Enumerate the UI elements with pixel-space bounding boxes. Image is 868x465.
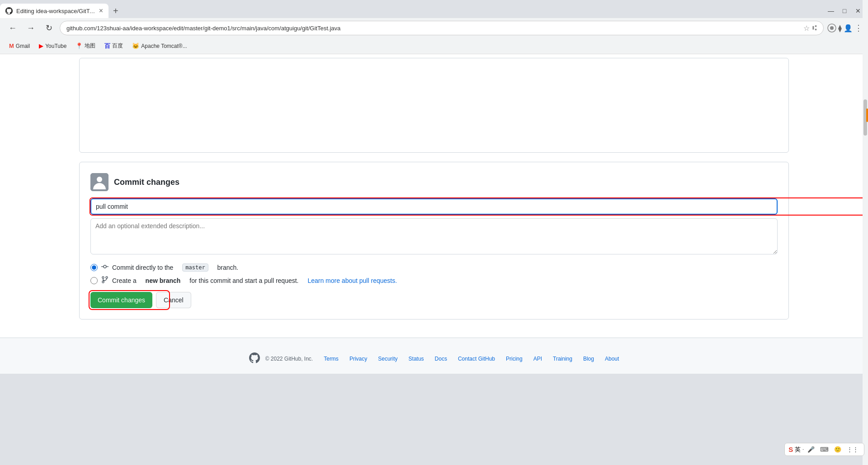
address-bar: ← → ↻ github.com/123shuai-aa/idea-worksp… [0, 18, 868, 38]
commit-changes-button[interactable]: Commit changes [90, 292, 152, 308]
new-branch-bold: new branch [146, 277, 181, 284]
svg-point-8 [102, 277, 104, 278]
footer-copyright: © 2022 GitHub, Inc. [265, 356, 313, 362]
commit-message-input[interactable] [90, 198, 778, 215]
forward-button[interactable]: → [24, 21, 38, 35]
tab-title: Editing idea-workspace/GitTe... [16, 8, 95, 14]
new-branch-suffix: for this commit and start a pull request… [189, 277, 298, 284]
svg-point-5 [104, 265, 106, 268]
ime-voice-btn[interactable]: 🎤 [806, 445, 816, 454]
minimize-button[interactable]: — [825, 5, 837, 17]
footer-link-privacy[interactable]: Privacy [349, 356, 367, 362]
ime-toolbar: S 英 · 🎤 ⌨ 🙂 ⋮⋮ [784, 443, 864, 456]
profile-btn[interactable]: 👤 [844, 24, 853, 33]
svg-point-2 [830, 26, 834, 30]
direct-commit-radio[interactable] [90, 264, 98, 271]
ime-dot: · [802, 447, 804, 452]
new-branch-radio[interactable] [90, 277, 98, 284]
commit-buttons: Commit changes Cancel [90, 292, 778, 308]
new-branch-prefix: Create a [112, 277, 137, 284]
baidu-icon: 百 [104, 42, 110, 50]
youtube-icon: ▶ [39, 42, 43, 49]
bookmark-gmail[interactable]: M Gmail [5, 41, 33, 51]
url-bar-icons: ☆ ⑆ [803, 24, 817, 33]
page-footer: © 2022 GitHub, Inc. Terms Privacy Securi… [0, 338, 868, 374]
direct-commit-label: Commit directly to the [112, 264, 173, 271]
menu-btn[interactable]: ⋮ [854, 23, 863, 33]
ime-settings-btn[interactable]: ⋮⋮ [845, 445, 860, 454]
url-text: github.com/123shuai-aa/idea-workspace/ed… [66, 25, 340, 32]
user-avatar [90, 173, 108, 191]
branch-option-new: Create a new branch for this commit and … [90, 276, 778, 285]
back-button[interactable]: ← [5, 21, 20, 35]
footer-link-docs[interactable]: Docs [435, 356, 447, 362]
browser-window: Editing idea-workspace/GitTe... × + — □ … [0, 0, 868, 465]
gmail-icon: M [9, 42, 14, 49]
bookmark-maps-label: 地图 [85, 42, 95, 50]
svg-point-9 [106, 277, 108, 278]
svg-point-10 [102, 281, 104, 283]
branch-option-direct: Commit directly to the master branch. [90, 263, 778, 272]
extension-icon[interactable]: ⑆ [812, 24, 817, 33]
footer-link-security[interactable]: Security [378, 356, 397, 362]
commit-description-textarea[interactable] [90, 218, 778, 254]
branch-options: Commit directly to the master branch. [90, 263, 778, 285]
footer-github-logo [249, 352, 260, 365]
code-editor-area[interactable] [79, 58, 789, 153]
pull-request-icon [101, 276, 108, 285]
footer-link-api[interactable]: API [533, 356, 542, 362]
bookmarks-bar: M Gmail ▶ YouTube 📍 地图 百 百度 🐱 Apache Tom… [0, 38, 868, 54]
bookmark-baidu-label: 百度 [112, 42, 123, 50]
maps-icon: 📍 [75, 42, 83, 49]
footer-link-status[interactable]: Status [409, 356, 424, 362]
svg-point-4 [97, 177, 102, 182]
bookmark-tomcat[interactable]: 🐱 Apache Tomcat®... [128, 41, 190, 51]
bookmark-gmail-label: Gmail [16, 43, 30, 49]
learn-more-link[interactable]: Learn more about pull requests. [307, 277, 397, 284]
bookmark-star-icon[interactable]: ☆ [803, 24, 810, 33]
footer-inner: © 2022 GitHub, Inc. Terms Privacy Securi… [0, 352, 868, 365]
ime-language[interactable]: 英 [795, 446, 801, 454]
tab-bar: Editing idea-workspace/GitTe... × + — □ … [0, 0, 868, 18]
commit-section-title: Commit changes [114, 178, 179, 187]
footer-link-about[interactable]: About [605, 356, 619, 362]
tab-close-button[interactable]: × [99, 7, 103, 15]
ime-keyboard-btn[interactable]: ⌨ [818, 445, 830, 454]
window-controls: — □ ✕ [825, 5, 868, 17]
url-bar[interactable]: github.com/123shuai-aa/idea-workspace/ed… [60, 21, 824, 35]
page-content: Commit changes [0, 54, 868, 374]
bookmark-youtube[interactable]: ▶ YouTube [35, 41, 70, 51]
bookmark-maps[interactable]: 📍 地图 [72, 40, 99, 52]
ime-logo: S [788, 446, 793, 453]
bookmark-baidu[interactable]: 百 百度 [101, 40, 127, 52]
new-tab-button[interactable]: + [108, 6, 123, 16]
active-tab[interactable]: Editing idea-workspace/GitTe... × [0, 4, 108, 18]
address-bar-right-icons: ⧫ 👤 ⋮ [827, 23, 863, 33]
maximize-button[interactable]: □ [838, 5, 851, 17]
commit-section: Commit changes [79, 162, 789, 319]
cancel-button[interactable]: Cancel [156, 292, 191, 308]
master-branch-badge: master [182, 263, 208, 272]
chrome-icon [827, 23, 836, 33]
git-commit-icon [101, 263, 108, 272]
footer-link-pricing[interactable]: Pricing [506, 356, 523, 362]
commit-section-header: Commit changes [90, 173, 778, 191]
footer-links: Terms Privacy Security Status Docs Conta… [324, 356, 619, 362]
direct-commit-suffix: branch. [217, 264, 239, 271]
scrollbar-track [863, 0, 868, 465]
tomcat-icon: 🐱 [132, 42, 139, 49]
footer-link-training[interactable]: Training [553, 356, 572, 362]
bookmark-tomcat-label: Apache Tomcat®... [141, 43, 187, 49]
extensions-btn[interactable]: ⧫ [838, 24, 842, 33]
refresh-button[interactable]: ↻ [42, 21, 56, 35]
footer-link-blog[interactable]: Blog [583, 356, 594, 362]
footer-link-terms[interactable]: Terms [324, 356, 339, 362]
tab-favicon [5, 7, 13, 14]
bookmark-youtube-label: YouTube [45, 43, 66, 49]
scrollbar-position-indicator [866, 108, 868, 122]
commit-message-wrapper [90, 198, 778, 215]
footer-link-contact[interactable]: Contact GitHub [458, 356, 495, 362]
ime-emoji-btn[interactable]: 🙂 [832, 445, 843, 454]
